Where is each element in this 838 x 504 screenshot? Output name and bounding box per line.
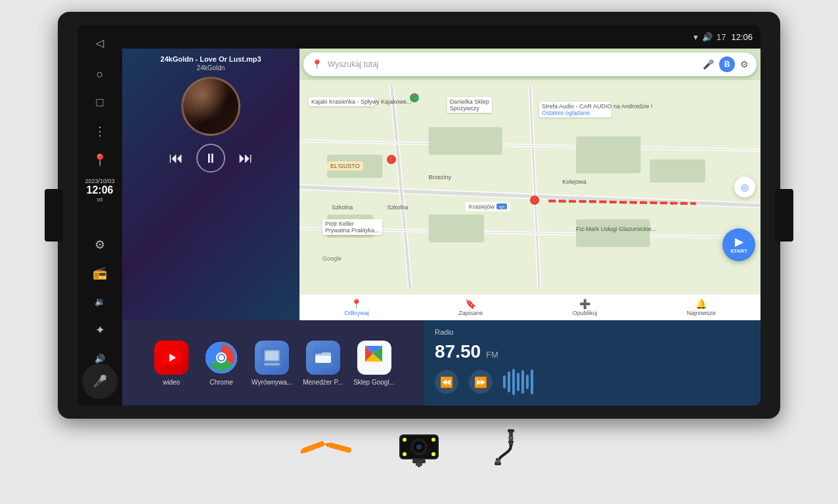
map-tab-zapisane[interactable]: 🔖 Zapisane [458,299,483,316]
app-item-equalizer[interactable]: Wyrównywa... [252,341,292,386]
odkrywaj-label: Odkrywaj [344,310,369,316]
svg-rect-15 [650,159,705,182]
sidebar-menu-icon[interactable]: ⋮ [87,118,113,144]
zapisane-icon: 🔖 [465,299,476,309]
top-bar: ▾ 🔊 17 12:06 [122,25,761,49]
app-icon-play [357,341,391,375]
map-settings-icon[interactable]: ⚙ [740,59,749,70]
sidebar-radio-icon[interactable]: 📻 [87,261,113,286]
app-label-equalizer: Wyrównywa... [252,379,292,386]
map-start-label: START [730,248,747,254]
radio-panel: Radio 87.50 FM ⏪ ⏩ [424,320,761,406]
app-icon-chrome [204,341,238,375]
app-label-play: Sklep Googl... [353,379,395,386]
app-label-chrome: Chrome [210,379,233,386]
main-content: ▾ 🔊 17 12:06 24kGoldn - Love Or Lust.mp3… [122,25,761,406]
svg-point-48 [403,452,407,456]
map-label-kajaki: Kajaki Krasieńka - Spływy Kajakowe... [309,97,374,106]
map-view[interactable]: Kajaki Krasieńka - Spływy Kajakowe... Da… [299,80,761,294]
app-item-wideo[interactable]: wideo [152,341,191,386]
svg-point-46 [403,438,407,442]
radio-freq-row: 87.50 FM [435,341,750,362]
outer-device: ◁ ○ □ ⋮ 📍 2023/10/03 12:06 wt ⚙ 📻 🔉 ✦ 🔊 … [58,12,780,419]
radio-frequency: 87.50 [435,341,481,362]
wifi-icon: ▾ [694,32,698,42]
bottom-row: wideo [122,320,761,406]
app-item-play[interactable]: Sklep Googl... [353,341,395,386]
map-label-kolejowa: Kolejowa [562,178,586,185]
prev-button[interactable]: ⏮ [169,150,183,167]
sidebar-settings-icon[interactable]: ⚙ [87,232,113,257]
user-avatar[interactable]: B [719,56,735,72]
map-tab-opublikuj[interactable]: ➕ Opublikuj [573,299,598,316]
sidebar-maps-icon[interactable]: 📍 [87,147,113,173]
map-label-piotr: Piotr KellerPrywatna Praktyka... [322,219,382,235]
map-search-bar[interactable]: 📍 Wyszukaj tutaj 🎤 B ⚙ [303,52,757,76]
sidebar-date: 2023/10/03 [85,178,114,184]
signal-value: 17 [717,32,726,42]
music-controls: ⏮ ⏸ ⏭ [169,144,253,173]
najnowsze-icon: 🔔 [695,299,707,309]
map-label-elgusto: EL'GUSTO [327,161,363,171]
accessories-row [301,428,537,467]
svg-rect-59 [495,461,500,462]
svg-rect-39 [328,442,352,453]
map-tab-odkrywaj[interactable]: 📍 Odkrywaj [344,299,369,316]
sidebar-bluetooth-icon[interactable]: ✦ [87,318,113,343]
map-search-placeholder[interactable]: Wyszukaj tutaj [328,60,697,69]
backup-camera [393,428,445,467]
svg-rect-17 [429,215,484,242]
opublikuj-icon: ➕ [579,299,590,309]
radio-prev-button[interactable]: ⏪ [435,370,458,394]
svg-rect-53 [508,429,514,432]
aux-cable [485,428,537,467]
map-bottom-bar: 📍 Odkrywaj 🔖 Zapisane ➕ Opublikuj 🔔 [299,294,761,320]
opublikuj-label: Opublikuj [573,310,598,316]
mic-icon[interactable]: 🎤 [703,59,714,70]
svg-rect-18 [576,219,650,247]
map-label-krasiejow: Krasiejów 🚌 [466,202,510,211]
sidebar-vol-down-icon[interactable]: 🔉 [87,289,113,314]
map-pin-kajaki: 📍 [410,93,419,102]
sidebar-day: wt [97,196,102,203]
radio-band: FM [486,350,498,360]
radio-waveform [503,368,533,396]
music-panel: 24kGoldn - Love Or Lust.mp3 24kGoldn ⏮ ⏸… [122,49,299,320]
sidebar-time: 12:06 [87,184,114,196]
map-start-button[interactable]: ▶ START [722,228,755,261]
map-tab-najnowsze[interactable]: 🔔 Najnowsze [687,299,716,316]
svg-rect-14 [576,136,640,173]
map-pin-icon: 📍 [311,59,322,70]
najnowsze-label: Najnowsze [687,310,716,316]
svg-point-45 [416,444,422,450]
map-locate-button[interactable]: ◎ [734,177,755,198]
status-bar: ▾ 🔊 17 12:06 [694,32,753,42]
sidebar-home-icon[interactable]: ○ [87,61,113,87]
map-label-fizmark: Fiz-Mark Usługi Glazurnickie... [576,226,656,232]
screen-bezel: ◁ ○ □ ⋮ 📍 2023/10/03 12:06 wt ⚙ 📻 🔉 ✦ 🔊 … [77,25,761,406]
app-item-chrome[interactable]: Chrome [202,341,241,386]
radio-next-button[interactable]: ⏩ [469,370,493,394]
svg-point-25 [219,355,224,360]
map-label-danielka: Danielka SklepSpożywczy [447,97,492,113]
svg-point-47 [431,438,435,442]
radio-controls-row: ⏪ ⏩ [435,368,750,396]
app-label-files: Menedżer P... [303,379,343,386]
svg-point-49 [431,452,435,456]
play-pause-button[interactable]: ⏸ [196,144,225,173]
svg-rect-31 [315,356,331,363]
svg-rect-50 [412,459,426,463]
map-label-szkolna2: Szkolna [387,204,408,211]
svg-rect-37 [301,440,325,453]
app-label-wideo: wideo [163,379,180,386]
map-label-brzeziny: Brzeziny [429,174,452,180]
radio-label: Radio [435,328,750,336]
app-item-files[interactable]: Menedżer P... [303,341,343,386]
sidebar-audio-btn[interactable]: 🎤 [82,364,118,399]
svg-rect-28 [265,351,278,360]
next-button[interactable]: ⏭ [238,150,253,167]
svg-rect-51 [416,463,422,466]
sidebar-back-icon[interactable]: ◁ [87,30,113,56]
middle-row: 24kGoldn - Love Or Lust.mp3 24kGoldn ⏮ ⏸… [122,49,761,320]
sidebar-recent-icon[interactable]: □ [87,90,113,116]
